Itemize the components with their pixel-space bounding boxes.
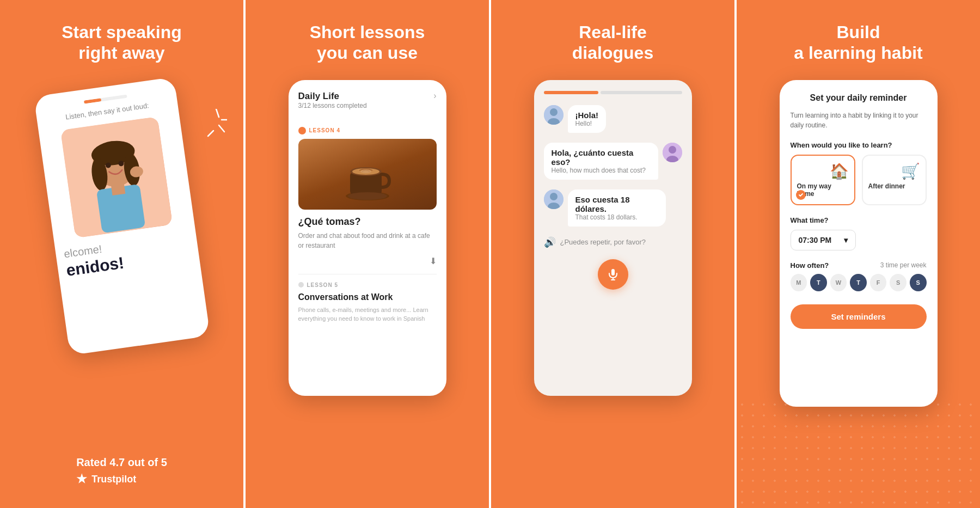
check-icon — [796, 190, 806, 200]
chat-row-1: ¡Hola! Hello! — [544, 105, 682, 136]
avatar-speaker1 — [544, 105, 564, 125]
frequency-row: How often? 3 time per week — [791, 261, 927, 270]
lesson-header: Daily Life 3/12 lessons completed › — [298, 91, 437, 119]
chat-bubble-3: Eso cuesta 18 dólares. That costs 18 dol… — [568, 189, 666, 230]
progress-info: 3/12 lessons completed — [298, 102, 367, 109]
lesson4-title: ¿Qué tomas? — [298, 216, 437, 228]
download-icon[interactable]: ⬇ — [298, 256, 437, 266]
dinner-icon: 🛒 — [868, 162, 920, 180]
day-tuesday[interactable]: T — [810, 274, 827, 291]
bg-pattern — [737, 399, 980, 508]
panel3-title: Real-life dialogues — [572, 22, 653, 64]
repeat-text: ¿Puedes repetir, por favor? — [560, 238, 646, 246]
time-picker[interactable]: 07:30 PM ▾ — [791, 230, 856, 250]
svg-point-27 — [550, 193, 558, 200]
repeat-row: 🔊 ¿Puedes repetir, por favor? — [544, 236, 682, 248]
chat-row-2: Hola, ¿cuánto cuesta eso? Hello, how muc… — [544, 143, 682, 183]
chat-bubble-2: Hola, ¿cuánto cuesta eso? Hello, how muc… — [544, 143, 658, 183]
svg-point-19 — [348, 192, 387, 200]
lesson5-dot — [298, 282, 304, 287]
time-label: What time? — [791, 216, 927, 224]
phone-mockup-4: Set your daily reminder Turn learning in… — [780, 80, 938, 407]
person-image — [60, 117, 172, 238]
lesson4-label: LESSON 4 — [298, 127, 437, 134]
phone-subtitle: Listen, then say it out loud: — [65, 101, 149, 121]
lesson5-title: Conversations at Work — [298, 292, 437, 302]
chevron-right-icon[interactable]: › — [433, 91, 436, 101]
home-icon: 🏠 — [797, 162, 849, 180]
lesson4-dot — [298, 127, 306, 134]
lesson5-label: LESSON 5 — [298, 282, 437, 288]
trustpilot-star-icon: ★ — [76, 472, 87, 486]
option-after-dinner[interactable]: 🛒 After dinner — [862, 155, 927, 205]
day-saturday[interactable]: S — [890, 274, 906, 291]
day-monday[interactable]: M — [791, 274, 807, 291]
phone-mockup-3: ¡Hola! Hello! Hola, ¿cuánto cuesta eso? … — [534, 80, 692, 396]
avatar-speaker2 — [663, 143, 682, 162]
set-reminders-button[interactable]: Set reminders — [791, 304, 927, 329]
panel-speaking: Start speaking right away Listen, then s… — [0, 0, 243, 508]
panel2-title: Short lessons you can use — [310, 22, 425, 64]
option-on-way-home[interactable]: 🏠 On my way home — [791, 155, 855, 205]
avatar-speaker1b — [544, 189, 564, 209]
panel1-title: Start speaking right away — [62, 22, 182, 64]
sparkle-decoration — [205, 109, 227, 156]
svg-line-10 — [216, 109, 219, 117]
how-often-label: How often? — [791, 261, 829, 270]
category-name: Daily Life — [298, 91, 367, 102]
lesson-progress — [83, 94, 127, 103]
phone-mockup-2: Daily Life 3/12 lessons completed › LESS… — [289, 80, 446, 396]
trustpilot-label: Trustpilot — [91, 474, 136, 485]
day-thursday[interactable]: T — [850, 274, 867, 291]
svg-rect-8 — [111, 183, 125, 195]
panel-dialogues: Real-life dialogues ¡Hola! — [489, 0, 734, 508]
rating-section: Rated 4.7 out of 5 ★ Trustpilot — [76, 456, 167, 486]
svg-line-12 — [219, 125, 224, 132]
chevron-down-icon: ▾ — [844, 236, 848, 244]
chat-bubble-1: ¡Hola! Hello! — [568, 105, 607, 136]
chat-row-3: Eso cuesta 18 dólares. That costs 18 dol… — [544, 189, 682, 230]
days-selector: M T W T F S S — [791, 274, 927, 291]
panel-habit: Build a learning habit Set your daily re… — [734, 0, 980, 508]
frequency-count: 3 time per week — [880, 261, 927, 269]
volume-icon[interactable]: 🔊 — [544, 236, 556, 248]
lesson4-desc: Order and chat about food and drink at a… — [298, 231, 437, 250]
day-friday[interactable]: F — [870, 274, 887, 291]
lesson5-desc: Phone calls, e-mails, meetings and more.… — [298, 305, 437, 323]
reminder-description: Turn learning into a habit by linking it… — [791, 111, 927, 130]
day-wednesday[interactable]: W — [830, 274, 847, 291]
svg-point-24 — [669, 146, 676, 154]
dialogue-progress — [544, 91, 682, 94]
when-label: When would you like to learn? — [791, 141, 927, 149]
time-value: 07:30 PM — [799, 236, 832, 244]
reminder-title: Set your daily reminder — [791, 93, 927, 103]
svg-point-18 — [360, 170, 371, 173]
phone-mockup-1: Listen, then say it out loud: — [33, 77, 210, 356]
svg-point-21 — [550, 108, 558, 116]
panel-lessons: Short lessons you can use Daily Life 3/1… — [243, 0, 489, 508]
svg-line-13 — [208, 131, 213, 136]
time-options: 🏠 On my way home 🛒 After dinner — [791, 155, 927, 205]
mic-button[interactable] — [598, 259, 628, 290]
option2-label: After dinner — [868, 182, 905, 190]
svg-rect-29 — [611, 269, 615, 276]
day-sunday[interactable]: S — [910, 274, 927, 291]
lesson4-image — [298, 139, 437, 210]
panel4-title: Build a learning habit — [794, 22, 922, 64]
